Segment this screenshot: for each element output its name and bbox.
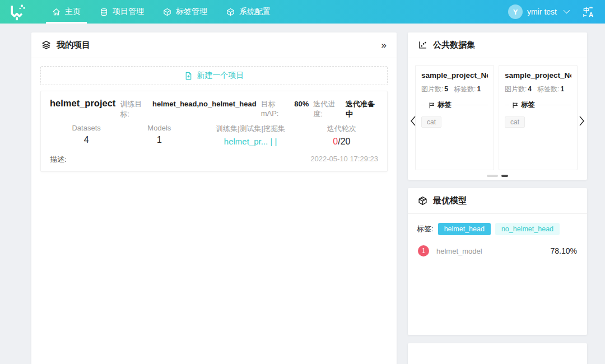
stat-value: 1 xyxy=(123,135,196,145)
image-count: 图片数:4 xyxy=(505,85,532,94)
stat-value: 0/20 xyxy=(305,137,378,147)
panel-title: 公共数据集 xyxy=(433,40,475,50)
svg-text:A: A xyxy=(589,11,593,18)
right-column: 公共数据集 sample_project_No... 图片数:5 标签数:1 xyxy=(408,32,587,364)
panel-title: 我的项目 xyxy=(57,40,90,50)
project-card-footer: 描述: 2022-05-10 17:29:23 xyxy=(50,155,378,165)
box-icon xyxy=(418,196,427,206)
rank-badge: 1 xyxy=(418,245,429,256)
nav-item-home[interactable]: 主页 xyxy=(43,0,90,24)
carousel-dot[interactable] xyxy=(487,175,498,177)
iteration-total: /20 xyxy=(338,137,350,146)
dataset-stats: 图片数:4 标签数:1 xyxy=(505,85,571,94)
stat-label: 训练集|测试集|挖掘集 xyxy=(196,124,305,134)
panel-title: 最优模型 xyxy=(433,195,467,206)
carousel-indicators xyxy=(408,175,587,177)
dataset-tags: cat xyxy=(421,116,488,128)
keyword-count-value: 1 xyxy=(560,85,564,93)
avatar-initial: Y xyxy=(513,8,518,16)
created-timestamp: 2022-05-10 17:29:23 xyxy=(310,155,378,165)
keywords-row: 标签: helmet_head no_helmet_head xyxy=(417,223,578,235)
my-projects-panel: 我的项目 » 新建一个项目 helmet_project 训练目标: helme… xyxy=(31,32,397,364)
labels-divider: 标签 xyxy=(505,100,571,110)
nav-item-label: 主页 xyxy=(65,7,81,17)
train-set-link[interactable]: helmet_pr... | | xyxy=(196,137,305,146)
chevron-left-icon xyxy=(409,115,416,127)
dot-chart-icon xyxy=(418,40,427,50)
iteration-current: 0 xyxy=(333,137,338,146)
model-map-value: 78.10% xyxy=(551,246,577,255)
dataset-card[interactable]: sample_project_No... 图片数:5 标签数:1 标签 xyxy=(415,65,494,170)
keyword-count-value: 1 xyxy=(477,85,481,93)
collapse-panel-button[interactable]: » xyxy=(381,40,387,51)
nav-item-projects[interactable]: 项目管理 xyxy=(90,0,153,24)
keyword-count: 标签数:1 xyxy=(537,85,564,94)
keyword-count-label: 标签数: xyxy=(537,85,559,93)
model-row[interactable]: 1 helmet_model 78.10% xyxy=(417,245,578,256)
stat-label: 迭代轮次 xyxy=(305,124,378,134)
labels-divider-label: 标签 xyxy=(521,100,535,110)
best-models-body: 标签: helmet_head no_helmet_head 1 helmet_… xyxy=(408,214,587,265)
carousel-prev-button[interactable] xyxy=(409,114,417,128)
dataset-name: sample_project_No... xyxy=(505,71,571,80)
labels-divider-text: 标签 xyxy=(511,100,536,110)
avatar: Y xyxy=(508,4,523,19)
user-name: ymir test xyxy=(527,7,557,16)
dataset-tags: cat xyxy=(505,116,571,128)
tag-chip: cat xyxy=(505,116,525,128)
dataset-name: sample_project_No... xyxy=(421,71,488,80)
stat-train-sets: 训练集|测试集|挖掘集 helmet_pr... | | xyxy=(196,124,305,147)
iteration-stage-value: 迭代准备中 xyxy=(346,99,378,119)
file-add-icon xyxy=(184,72,193,80)
ymir-logo[interactable] xyxy=(7,2,28,21)
project-name[interactable]: helmet_project xyxy=(50,98,115,109)
image-count-label: 图片数: xyxy=(505,85,527,93)
my-projects-body: 新建一个项目 helmet_project 训练目标: helmet_head,… xyxy=(31,58,397,180)
labels-divider: 标签 xyxy=(421,100,488,110)
language-toggle-button[interactable]: 中 A xyxy=(583,6,595,18)
dataset-stats: 图片数:5 标签数:1 xyxy=(421,85,488,94)
project-stats-row: Datasets 4 Models 1 训练集|测试集|挖掘集 helmet_p… xyxy=(50,124,378,147)
nav-item-settings[interactable]: 系统配置 xyxy=(217,0,280,24)
target-map-label: 目标mAP: xyxy=(261,99,290,118)
carousel-next-button[interactable] xyxy=(578,114,586,128)
train-goal-value: helmet_head,no_helmet_head xyxy=(152,100,257,108)
cube-icon xyxy=(226,8,235,16)
iteration-stage-label: 迭代进度: xyxy=(313,99,341,119)
target-map-value: 80% xyxy=(294,100,309,108)
stat-label: Models xyxy=(123,124,196,132)
stat-models: Models 1 xyxy=(123,124,196,147)
database-icon xyxy=(100,8,108,16)
project-card[interactable]: helmet_project 训练目标: helmet_head,no_helm… xyxy=(40,91,388,172)
keyword-count-label: 标签数: xyxy=(454,85,476,93)
keyword-count: 标签数:1 xyxy=(454,85,481,94)
create-project-label: 新建一个项目 xyxy=(197,71,244,81)
image-count: 图片数:5 xyxy=(421,85,448,94)
stat-label: Datasets xyxy=(50,124,123,132)
project-title-row: helmet_project 训练目标: helmet_head,no_helm… xyxy=(50,98,378,119)
labels-divider-text: 标签 xyxy=(427,100,453,110)
best-models-header: 最优模型 xyxy=(408,188,587,214)
image-count-value: 4 xyxy=(528,85,532,93)
carousel-dot-active[interactable] xyxy=(501,175,508,177)
chevron-down-icon xyxy=(564,7,570,13)
home-icon xyxy=(52,8,61,16)
public-datasets-header: 公共数据集 xyxy=(408,32,587,58)
nav-item-label: 系统配置 xyxy=(239,7,271,17)
dataset-card[interactable]: sample_project_No... 图片数:4 标签数:1 标签 xyxy=(499,65,578,170)
flag-icon xyxy=(512,102,519,109)
create-project-button[interactable]: 新建一个项目 xyxy=(40,66,388,85)
cube-icon xyxy=(163,8,171,16)
user-menu[interactable]: Y ymir test xyxy=(508,4,568,19)
best-models-panel: 最优模型 标签: helmet_head no_helmet_head 1 he… xyxy=(408,188,587,335)
keyword-chip-no-helmet-head[interactable]: no_helmet_head xyxy=(495,223,560,235)
train-goal-label: 训练目标: xyxy=(120,99,148,119)
keyword-chip-helmet-head[interactable]: helmet_head xyxy=(438,223,491,235)
layers-icon xyxy=(41,40,51,50)
main-content: 我的项目 » 新建一个项目 helmet_project 训练目标: helme… xyxy=(0,24,605,364)
stat-value: 4 xyxy=(50,135,123,145)
nav-item-labels[interactable]: 标签管理 xyxy=(153,0,217,24)
keywords-label: 标签: xyxy=(417,224,434,234)
chevron-right-icon xyxy=(579,115,585,127)
model-name: helmet_model xyxy=(436,247,482,255)
